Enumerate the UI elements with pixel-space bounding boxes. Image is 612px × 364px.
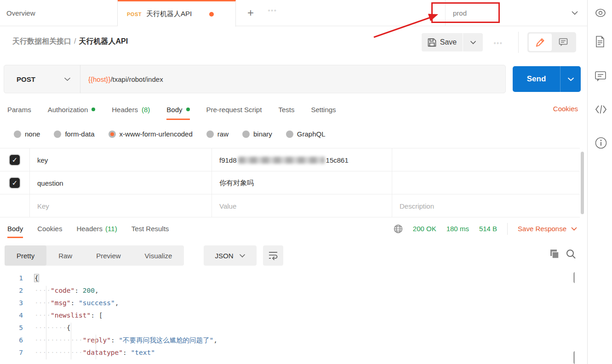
row-checkbox-checked[interactable]: ✓ (10, 178, 20, 188)
tab-pre-request-script[interactable]: Pre-request Script (206, 99, 262, 120)
tab-options-icon[interactable]: ◦◦◦ (268, 7, 277, 14)
radio-form-data[interactable]: form-data (54, 130, 94, 138)
code-token-punc: , (95, 287, 99, 294)
description-input-placeholder[interactable]: Description (392, 194, 580, 217)
postman-app: Overview POST 天行机器人API + ◦◦◦ prod 天行数据相关… (0, 0, 612, 364)
info-icon[interactable] (595, 137, 607, 149)
status-code[interactable]: 200 OK (413, 225, 436, 233)
tab-body[interactable]: Body (166, 99, 189, 120)
table-scrollbar-thumb[interactable] (581, 152, 584, 214)
response-tab-cookies[interactable]: Cookies (37, 219, 62, 238)
save-button[interactable]: Save (422, 33, 463, 51)
code-scrollbar-thumb[interactable] (573, 272, 575, 283)
format-dropdown[interactable]: JSON (204, 245, 257, 266)
cookies-link[interactable]: Cookies (553, 105, 578, 113)
key-input-placeholder[interactable]: Key (29, 194, 212, 217)
request-tabs: Params Authorization Headers(8) Body Pre… (0, 99, 587, 120)
chevron-down-icon (239, 254, 246, 258)
new-tab-button[interactable]: + (244, 6, 257, 19)
code-token-str: "不要再问我这么尴尬的问题了" (119, 336, 213, 344)
response-stats: 200 OK 180 ms 514 B Save Response (394, 219, 577, 238)
comments-icon[interactable] (595, 71, 606, 82)
view-preview[interactable]: Preview (84, 245, 132, 266)
description-cell[interactable] (392, 171, 580, 194)
line-number: 5 (0, 322, 29, 334)
code-token-num: 200 (83, 287, 95, 294)
save-options-chevron[interactable] (463, 33, 483, 51)
view-visualize[interactable]: Visualize (133, 245, 184, 266)
response-time[interactable]: 180 ms (446, 225, 469, 233)
send-button[interactable]: Send (513, 66, 560, 92)
code-line: 6············"reply": "不要再问我这么尴尬的问题了", (0, 334, 575, 347)
save-button-label: Save (440, 38, 457, 46)
breadcrumb-collection[interactable]: 天行数据相关接口 (12, 37, 71, 45)
documentation-icon[interactable] (595, 36, 605, 48)
code-token-ind: ···· (34, 287, 51, 294)
chevron-down-icon[interactable] (571, 11, 578, 15)
request-more-actions-icon[interactable]: ◦◦◦ (494, 40, 503, 46)
view-raw[interactable]: Raw (46, 245, 84, 266)
radio-x-www-form-urlencoded[interactable]: x-www-form-urlencoded (109, 130, 193, 138)
request-url-row: POST {{host}}/txapi/robot/index Send (0, 58, 587, 99)
comment-mode-button[interactable] (552, 34, 575, 51)
value-cell[interactable]: 你有对象吗 (212, 171, 392, 194)
edit-mode-button[interactable] (529, 34, 552, 51)
tab-tests[interactable]: Tests (278, 99, 294, 120)
network-globe-icon[interactable] (394, 224, 403, 233)
code-line-content: ····"msg": "success", (29, 297, 119, 309)
tab-headers[interactable]: Headers(8) (112, 99, 150, 120)
tab-authorization[interactable]: Authorization (48, 99, 96, 120)
view-pretty[interactable]: Pretty (5, 245, 46, 266)
row-checkbox-checked[interactable]: ✓ (10, 155, 20, 165)
response-body-editor[interactable]: 1{2····"code": 200,3····"msg": "success"… (0, 272, 575, 364)
chevron-down-icon (470, 40, 476, 45)
value-input-placeholder[interactable]: Value (212, 194, 392, 217)
response-tab-body[interactable]: Body (7, 219, 23, 238)
response-size[interactable]: 514 B (479, 225, 497, 233)
radio-graphql[interactable]: GraphQL (286, 130, 326, 138)
value-cell[interactable]: f91d815c861 (212, 148, 392, 171)
tab-overview[interactable]: Overview (0, 0, 118, 26)
copy-response-button[interactable] (549, 249, 560, 260)
radio-binary[interactable]: binary (242, 130, 272, 138)
send-options-chevron[interactable] (560, 66, 581, 92)
save-response-button[interactable]: Save Response (518, 225, 577, 233)
tab-request-active[interactable]: POST 天行机器人API (118, 0, 236, 27)
description-cell[interactable] (392, 148, 580, 171)
chevron-down-icon[interactable] (64, 77, 71, 81)
divider (518, 32, 519, 53)
wrap-lines-button[interactable] (263, 245, 283, 266)
line-number: 7 (0, 347, 29, 359)
code-line-content: ············"reply": "不要再问我这么尴尬的问题了", (29, 334, 217, 347)
line-number: 3 (0, 297, 29, 309)
search-response-button[interactable] (566, 249, 577, 260)
breadcrumb-request-name[interactable]: 天行机器人API (79, 37, 128, 45)
table-row-empty: Key Value Description (0, 194, 580, 217)
breadcrumb: 天行数据相关接口/天行机器人API (12, 37, 128, 46)
row-checkbox-cell: ✓ (0, 171, 29, 194)
response-tab-test-results[interactable]: Test Results (132, 219, 169, 238)
radio-none[interactable]: none (14, 130, 40, 138)
save-button-group: Save (422, 33, 483, 51)
code-line: 7············"datatype": "text" (0, 347, 575, 359)
key-cell[interactable]: question (29, 171, 212, 194)
tab-settings[interactable]: Settings (311, 99, 336, 120)
code-token-punc: { (67, 324, 71, 331)
response-tab-headers[interactable]: Headers(11) (76, 219, 117, 238)
radio-raw[interactable]: raw (206, 130, 229, 138)
radio-icon (14, 131, 21, 138)
key-cell[interactable]: key (29, 148, 212, 171)
radio-icon (286, 131, 293, 138)
tab-overview-label: Overview (6, 9, 35, 17)
environment-quick-look-eye-icon[interactable] (595, 7, 606, 18)
radio-icon (242, 131, 250, 138)
response-view-switcher: Pretty Raw Preview Visualize (5, 245, 184, 266)
code-token-punc: : (111, 336, 119, 344)
code-snippet-icon[interactable] (595, 105, 607, 114)
code-scrollbar-thumb[interactable] (573, 351, 575, 364)
method-dropdown[interactable]: POST (4, 75, 64, 83)
code-token-key: "datatype" (83, 349, 123, 356)
tab-params[interactable]: Params (7, 99, 31, 120)
url-input[interactable]: {{host}}/txapi/robot/index (80, 75, 163, 83)
response-toolbar: Pretty Raw Preview Visualize JSON (0, 244, 587, 267)
